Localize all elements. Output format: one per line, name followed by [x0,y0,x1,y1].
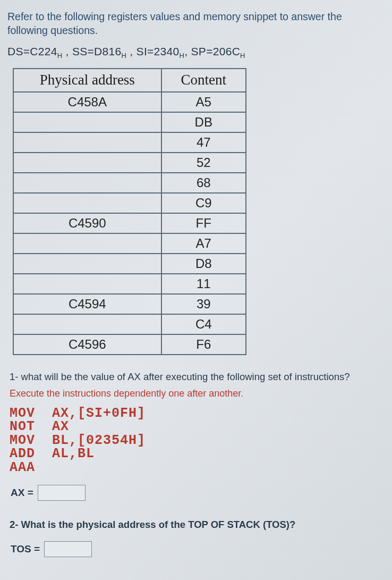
table-row: C4596F6 [13,334,246,355]
table-row: 47 [13,132,246,153]
table-row: 52 [13,153,246,173]
reg-ss: SS=D816H [72,45,126,57]
register-line: DS=C224H , SS=D816H , SI=2340H, SP=206CH [7,45,385,60]
table-row: C4590FF [13,213,246,233]
reg-ds: DS=C224H [7,45,62,57]
answer-2-line: TOS = [11,541,381,557]
sep: , [130,45,136,57]
table-row: DB [13,112,246,132]
question-2-text: 2- What is the physical address of the T… [10,519,382,531]
table-row: D8 [13,254,246,274]
assembly-code: MOV AX,[SI+0FH] NOT AX MOV BL,[02354H] A… [10,407,382,475]
answer-1-label: AX = [11,487,33,499]
table-row: 68 [13,173,246,193]
memory-table: Physical address Content C458AA5 DB 47 5… [13,68,246,355]
intro-text: Refer to the following registers values … [7,10,385,38]
tos-input[interactable] [44,541,92,557]
reg-si: SI=2340H, [137,45,188,57]
header-physical-address: Physical address [13,69,161,92]
table-row: 11 [13,274,246,294]
ax-input[interactable] [38,485,86,501]
question-1-text: 1- what will be the value of AX after ex… [10,371,382,383]
sep: , [66,45,72,57]
table-row: C9 [13,193,246,213]
table-row: C4 [13,314,246,334]
table-row: C458AA5 [13,92,246,112]
answer-2-label: TOS = [11,543,40,555]
memory-table-body: C458AA5 DB 47 52 68 C9 C4590FF A7 D8 11 … [13,92,246,355]
answer-1-line: AX = [11,485,381,501]
execute-note: Execute the instructions dependently one… [10,388,382,399]
table-row: A7 [13,233,246,254]
header-content: Content [161,69,246,92]
reg-sp: SP=206CH [191,45,245,57]
table-row: C459439 [13,294,246,314]
